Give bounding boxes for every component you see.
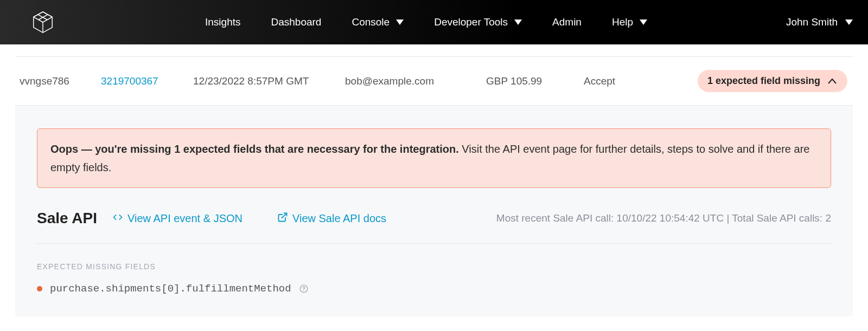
- svg-marker-1: [396, 20, 404, 25]
- status-dot-icon: [37, 286, 42, 291]
- nav-label: Developer Tools: [434, 16, 508, 28]
- missing-field-row: purchase.shipments[0].fulfillmentMethod: [37, 283, 831, 295]
- missing-fields-pill[interactable]: 1 expected field missing: [698, 70, 847, 92]
- top-nav: Insights Dashboard Console Developer Too…: [0, 0, 868, 44]
- svg-marker-3: [640, 20, 647, 25]
- nav-item-developer-tools[interactable]: Developer Tools: [434, 16, 522, 28]
- detail-panel: Oops — you're missing 1 expected fields …: [15, 105, 853, 316]
- order-timestamp: 12/23/2022 8:57PM GMT: [193, 75, 345, 87]
- nav-label: Console: [352, 16, 390, 28]
- svg-line-5: [282, 213, 286, 218]
- nav-label: Admin: [552, 16, 582, 28]
- chevron-down-icon: [640, 20, 647, 25]
- pill-label: 1 expected field missing: [707, 75, 820, 87]
- nav-label: Help: [612, 16, 633, 28]
- chevron-down-icon: [514, 20, 522, 25]
- nav-items: Insights Dashboard Console Developer Too…: [205, 16, 853, 28]
- code-icon: [112, 212, 123, 225]
- external-link-icon: [277, 212, 288, 225]
- svg-marker-2: [514, 20, 522, 25]
- order-col-0: vvngse786: [20, 75, 101, 87]
- link-label: View Sale API docs: [292, 212, 386, 225]
- content: vvngse786 3219700367 12/23/2022 8:57PM G…: [15, 56, 853, 316]
- order-email: bob@example.com: [345, 75, 486, 87]
- nav-item-console[interactable]: Console: [352, 16, 404, 28]
- user-name: John Smith: [786, 16, 838, 28]
- svg-point-7: [303, 290, 304, 291]
- nav-item-insights[interactable]: Insights: [205, 16, 240, 28]
- order-amount: GBP 105.99: [486, 75, 584, 87]
- api-meta-text: Most recent Sale API call: 10/10/22 10:5…: [496, 212, 831, 224]
- api-title: Sale API: [37, 210, 97, 227]
- alert-bold-text: Oops — you're missing 1 expected fields …: [50, 143, 459, 155]
- view-api-event-link[interactable]: View API event & JSON: [112, 212, 242, 225]
- nav-item-help[interactable]: Help: [612, 16, 647, 28]
- api-header: Sale API View API event & JSON View Sale…: [37, 210, 831, 244]
- nav-label: Insights: [205, 16, 240, 28]
- svg-marker-4: [845, 20, 853, 25]
- view-api-docs-link[interactable]: View Sale API docs: [277, 212, 386, 225]
- order-id-link[interactable]: 3219700367: [101, 75, 193, 87]
- chevron-down-icon: [845, 20, 853, 25]
- missing-field-path: purchase.shipments[0].fulfillmentMethod: [50, 283, 291, 295]
- order-action: Accept: [584, 75, 681, 87]
- nav-label: Dashboard: [271, 16, 321, 28]
- chevron-up-icon: [828, 79, 837, 84]
- nav-item-dashboard[interactable]: Dashboard: [271, 16, 321, 28]
- nav-item-admin[interactable]: Admin: [552, 16, 582, 28]
- link-label: View API event & JSON: [127, 212, 242, 225]
- logo-icon: [30, 10, 55, 35]
- alert-banner: Oops — you're missing 1 expected fields …: [37, 128, 831, 188]
- help-icon[interactable]: [299, 284, 309, 294]
- chevron-down-icon: [396, 20, 404, 25]
- missing-fields-heading: EXPECTED MISSING FIELDS: [37, 262, 831, 271]
- table-row: vvngse786 3219700367 12/23/2022 8:57PM G…: [15, 56, 853, 105]
- user-menu[interactable]: John Smith: [786, 16, 853, 28]
